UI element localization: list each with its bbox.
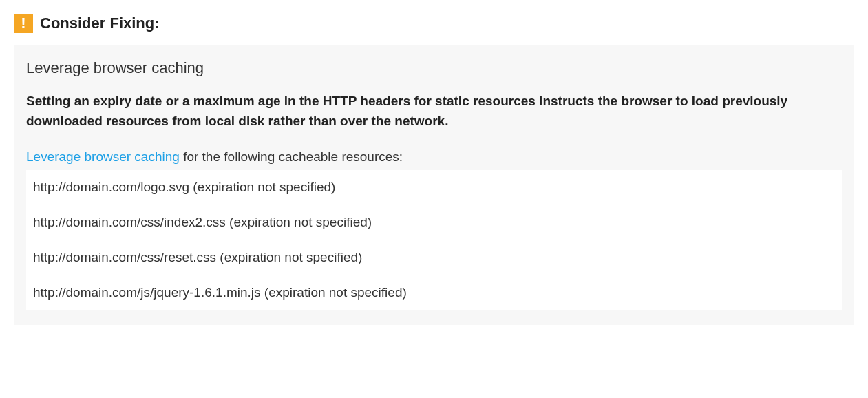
issue-hint-suffix: for the following cacheable resources: (180, 149, 403, 164)
section-title: Consider Fixing: (40, 14, 160, 32)
resource-list: http://domain.com/logo.svg (expiration n… (26, 170, 842, 310)
issue-hint: Leverage browser caching for the followi… (26, 149, 842, 165)
issue-description: Setting an expiry date or a maximum age … (26, 91, 842, 132)
list-item: http://domain.com/css/index2.css (expira… (26, 205, 842, 240)
list-item: http://domain.com/css/reset.css (expirat… (26, 240, 842, 275)
list-item: http://domain.com/logo.svg (expiration n… (26, 170, 842, 205)
issue-panel: Leverage browser caching Setting an expi… (14, 45, 854, 325)
warning-glyph: ! (21, 16, 25, 31)
section-header: ! Consider Fixing: (14, 14, 854, 33)
issue-title: Leverage browser caching (26, 59, 842, 77)
list-item: http://domain.com/js/jquery-1.6.1.min.js… (26, 275, 842, 310)
issue-hint-link[interactable]: Leverage browser caching (26, 149, 180, 164)
warning-icon: ! (14, 14, 33, 33)
